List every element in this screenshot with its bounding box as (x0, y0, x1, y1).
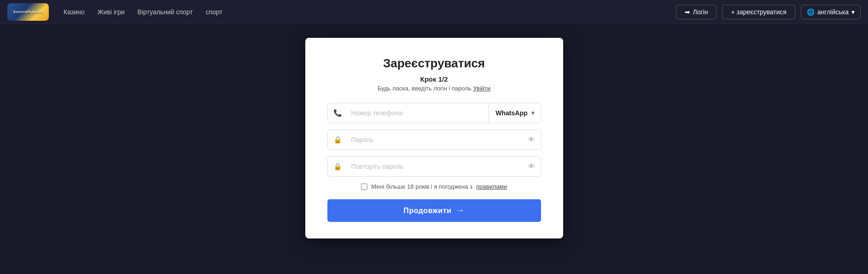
card-title: Зареєструватися (327, 56, 541, 71)
login-label: Логін (693, 8, 708, 16)
logo[interactable]: ЗолотаПідкова (7, 3, 49, 21)
continue-label: Продовжити (403, 207, 451, 215)
continue-button[interactable]: Продовжити → (327, 199, 541, 222)
password-lock-icon: 🔒 (328, 136, 348, 144)
nav-link-sport[interactable]: спорт (206, 8, 222, 16)
nav-link-virtual-sport[interactable]: Віртуальний спорт (138, 8, 193, 16)
globe-icon: 🌐 (807, 8, 815, 16)
terms-checkbox[interactable] (361, 184, 367, 190)
register-label: + зареєструватися (731, 8, 786, 16)
confirm-eye-button[interactable]: 👁 (522, 162, 541, 171)
rules-link[interactable]: правилами (476, 183, 507, 190)
phone-input[interactable] (348, 103, 489, 123)
logo-image: ЗолотаПідкова (7, 3, 49, 21)
nav-link-casino[interactable]: Казино (64, 8, 85, 16)
language-label: англійська (817, 8, 849, 16)
navbar-right: ➡ Логін + зареєструватися 🌐 англійська ▾ (676, 5, 861, 19)
nav-link-live-games[interactable]: Живі ігри (98, 8, 125, 16)
phone-icon: 📞 (328, 103, 348, 123)
terms-checkbox-row: Мені більше 18 років і я погоджена з пра… (327, 183, 541, 190)
confirm-password-input[interactable] (348, 157, 522, 176)
registration-card: Зареєструватися Крок 1/2 Будь ласка, вве… (305, 38, 563, 238)
phone-input-row: 📞 WhatsApp ▾ (327, 103, 541, 123)
navbar: ЗолотаПідкова Казино Живі ігри Віртуальн… (0, 0, 868, 24)
terms-label: Мені більше 18 років і я погоджена з (371, 183, 472, 190)
logo-text: ЗолотаПідкова (13, 10, 43, 14)
arrow-icon: → (456, 206, 465, 215)
login-link[interactable]: Увійти (473, 85, 490, 92)
confirm-eye-icon: 👁 (528, 162, 535, 170)
password-input[interactable] (348, 130, 522, 149)
main-content: Зареєструватися Крок 1/2 Будь ласка, вве… (0, 24, 868, 274)
password-input-row: 🔒 👁 (327, 130, 541, 150)
login-icon: ➡ (685, 8, 690, 16)
navbar-left: ЗолотаПідкова Казино Живі ігри Віртуальн… (7, 3, 222, 21)
confirm-lock-icon: 🔒 (328, 162, 348, 171)
eye-icon: 👁 (528, 136, 535, 143)
nav-links: Казино Живі ігри Віртуальний спорт спорт (64, 8, 222, 16)
language-button[interactable]: 🌐 англійська ▾ (801, 5, 861, 19)
card-step: Крок 1/2 (327, 75, 541, 83)
register-button[interactable]: + зареєструватися (722, 5, 795, 19)
lang-chevron-icon: ▾ (851, 8, 855, 16)
whatsapp-dropdown[interactable]: WhatsApp ▾ (489, 103, 540, 123)
login-button[interactable]: ➡ Логін (676, 5, 717, 19)
whatsapp-chevron-icon: ▾ (531, 110, 534, 116)
password-eye-button[interactable]: 👁 (522, 136, 541, 144)
whatsapp-label: WhatsApp (495, 109, 527, 117)
card-subtitle: Будь ласка, введіть логін і пароль Увійт… (327, 85, 541, 92)
confirm-password-input-row: 🔒 👁 (327, 156, 541, 177)
